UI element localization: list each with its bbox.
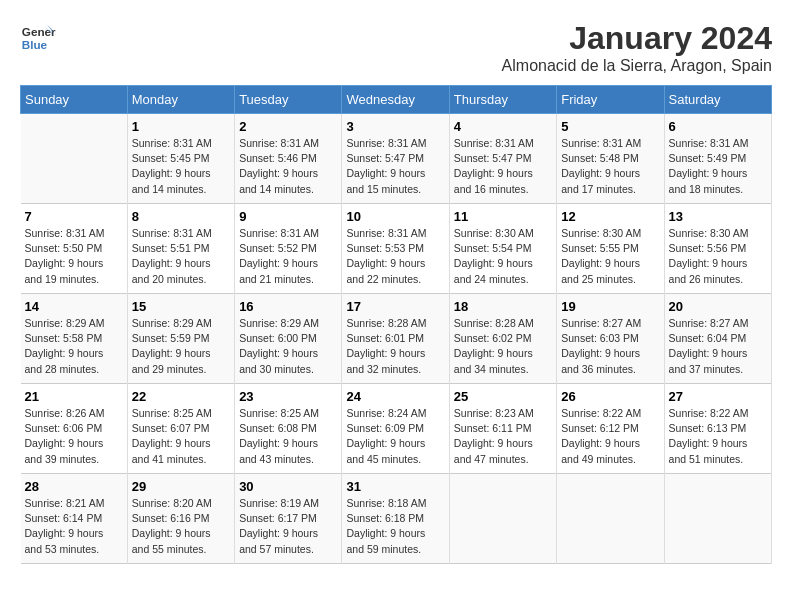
- calendar-cell: [449, 474, 556, 564]
- day-info: Sunrise: 8:31 AMSunset: 5:53 PMDaylight:…: [346, 226, 444, 287]
- day-number: 14: [25, 299, 123, 314]
- day-info: Sunrise: 8:24 AMSunset: 6:09 PMDaylight:…: [346, 406, 444, 467]
- week-row-2: 7Sunrise: 8:31 AMSunset: 5:50 PMDaylight…: [21, 204, 772, 294]
- calendar-cell: 17Sunrise: 8:28 AMSunset: 6:01 PMDayligh…: [342, 294, 449, 384]
- calendar-cell: 11Sunrise: 8:30 AMSunset: 5:54 PMDayligh…: [449, 204, 556, 294]
- day-info: Sunrise: 8:31 AMSunset: 5:46 PMDaylight:…: [239, 136, 337, 197]
- calendar-table: SundayMondayTuesdayWednesdayThursdayFrid…: [20, 85, 772, 564]
- calendar-cell: 16Sunrise: 8:29 AMSunset: 6:00 PMDayligh…: [235, 294, 342, 384]
- calendar-cell: 25Sunrise: 8:23 AMSunset: 6:11 PMDayligh…: [449, 384, 556, 474]
- calendar-cell: 15Sunrise: 8:29 AMSunset: 5:59 PMDayligh…: [127, 294, 234, 384]
- day-info: Sunrise: 8:22 AMSunset: 6:12 PMDaylight:…: [561, 406, 659, 467]
- day-info: Sunrise: 8:31 AMSunset: 5:50 PMDaylight:…: [25, 226, 123, 287]
- day-info: Sunrise: 8:26 AMSunset: 6:06 PMDaylight:…: [25, 406, 123, 467]
- day-number: 18: [454, 299, 552, 314]
- day-info: Sunrise: 8:30 AMSunset: 5:54 PMDaylight:…: [454, 226, 552, 287]
- calendar-cell: 18Sunrise: 8:28 AMSunset: 6:02 PMDayligh…: [449, 294, 556, 384]
- weekday-header-thursday: Thursday: [449, 86, 556, 114]
- calendar-cell: 31Sunrise: 8:18 AMSunset: 6:18 PMDayligh…: [342, 474, 449, 564]
- calendar-cell: 7Sunrise: 8:31 AMSunset: 5:50 PMDaylight…: [21, 204, 128, 294]
- day-info: Sunrise: 8:31 AMSunset: 5:48 PMDaylight:…: [561, 136, 659, 197]
- calendar-cell: 3Sunrise: 8:31 AMSunset: 5:47 PMDaylight…: [342, 114, 449, 204]
- day-number: 31: [346, 479, 444, 494]
- calendar-cell: 29Sunrise: 8:20 AMSunset: 6:16 PMDayligh…: [127, 474, 234, 564]
- day-number: 28: [25, 479, 123, 494]
- day-info: Sunrise: 8:30 AMSunset: 5:55 PMDaylight:…: [561, 226, 659, 287]
- calendar-cell: 27Sunrise: 8:22 AMSunset: 6:13 PMDayligh…: [664, 384, 771, 474]
- calendar-cell: 12Sunrise: 8:30 AMSunset: 5:55 PMDayligh…: [557, 204, 664, 294]
- day-number: 24: [346, 389, 444, 404]
- calendar-cell: [21, 114, 128, 204]
- day-info: Sunrise: 8:20 AMSunset: 6:16 PMDaylight:…: [132, 496, 230, 557]
- day-info: Sunrise: 8:29 AMSunset: 5:58 PMDaylight:…: [25, 316, 123, 377]
- calendar-cell: 1Sunrise: 8:31 AMSunset: 5:45 PMDaylight…: [127, 114, 234, 204]
- day-info: Sunrise: 8:28 AMSunset: 6:01 PMDaylight:…: [346, 316, 444, 377]
- day-info: Sunrise: 8:22 AMSunset: 6:13 PMDaylight:…: [669, 406, 767, 467]
- day-number: 8: [132, 209, 230, 224]
- weekday-header-friday: Friday: [557, 86, 664, 114]
- day-number: 1: [132, 119, 230, 134]
- day-number: 15: [132, 299, 230, 314]
- day-number: 4: [454, 119, 552, 134]
- day-number: 29: [132, 479, 230, 494]
- day-info: Sunrise: 8:25 AMSunset: 6:08 PMDaylight:…: [239, 406, 337, 467]
- weekday-header-monday: Monday: [127, 86, 234, 114]
- day-info: Sunrise: 8:30 AMSunset: 5:56 PMDaylight:…: [669, 226, 767, 287]
- calendar-cell: 19Sunrise: 8:27 AMSunset: 6:03 PMDayligh…: [557, 294, 664, 384]
- calendar-cell: 13Sunrise: 8:30 AMSunset: 5:56 PMDayligh…: [664, 204, 771, 294]
- day-info: Sunrise: 8:27 AMSunset: 6:04 PMDaylight:…: [669, 316, 767, 377]
- day-info: Sunrise: 8:21 AMSunset: 6:14 PMDaylight:…: [25, 496, 123, 557]
- calendar-cell: 10Sunrise: 8:31 AMSunset: 5:53 PMDayligh…: [342, 204, 449, 294]
- calendar-cell: 22Sunrise: 8:25 AMSunset: 6:07 PMDayligh…: [127, 384, 234, 474]
- day-info: Sunrise: 8:31 AMSunset: 5:45 PMDaylight:…: [132, 136, 230, 197]
- day-info: Sunrise: 8:29 AMSunset: 5:59 PMDaylight:…: [132, 316, 230, 377]
- day-number: 16: [239, 299, 337, 314]
- week-row-5: 28Sunrise: 8:21 AMSunset: 6:14 PMDayligh…: [21, 474, 772, 564]
- calendar-cell: 26Sunrise: 8:22 AMSunset: 6:12 PMDayligh…: [557, 384, 664, 474]
- calendar-cell: 24Sunrise: 8:24 AMSunset: 6:09 PMDayligh…: [342, 384, 449, 474]
- calendar-cell: 8Sunrise: 8:31 AMSunset: 5:51 PMDaylight…: [127, 204, 234, 294]
- day-number: 27: [669, 389, 767, 404]
- day-info: Sunrise: 8:31 AMSunset: 5:47 PMDaylight:…: [346, 136, 444, 197]
- svg-text:Blue: Blue: [22, 38, 48, 51]
- logo: General Blue: [20, 20, 56, 56]
- calendar-cell: [557, 474, 664, 564]
- day-number: 10: [346, 209, 444, 224]
- page-header: General Blue January 2024 Almonacid de l…: [20, 20, 772, 75]
- calendar-cell: 23Sunrise: 8:25 AMSunset: 6:08 PMDayligh…: [235, 384, 342, 474]
- day-info: Sunrise: 8:31 AMSunset: 5:49 PMDaylight:…: [669, 136, 767, 197]
- day-number: 23: [239, 389, 337, 404]
- day-number: 7: [25, 209, 123, 224]
- week-row-4: 21Sunrise: 8:26 AMSunset: 6:06 PMDayligh…: [21, 384, 772, 474]
- day-number: 9: [239, 209, 337, 224]
- day-number: 19: [561, 299, 659, 314]
- day-number: 22: [132, 389, 230, 404]
- week-row-1: 1Sunrise: 8:31 AMSunset: 5:45 PMDaylight…: [21, 114, 772, 204]
- day-number: 13: [669, 209, 767, 224]
- day-number: 30: [239, 479, 337, 494]
- day-info: Sunrise: 8:18 AMSunset: 6:18 PMDaylight:…: [346, 496, 444, 557]
- calendar-cell: 30Sunrise: 8:19 AMSunset: 6:17 PMDayligh…: [235, 474, 342, 564]
- day-info: Sunrise: 8:23 AMSunset: 6:11 PMDaylight:…: [454, 406, 552, 467]
- calendar-cell: 2Sunrise: 8:31 AMSunset: 5:46 PMDaylight…: [235, 114, 342, 204]
- day-number: 21: [25, 389, 123, 404]
- calendar-cell: 5Sunrise: 8:31 AMSunset: 5:48 PMDaylight…: [557, 114, 664, 204]
- weekday-header-sunday: Sunday: [21, 86, 128, 114]
- day-number: 3: [346, 119, 444, 134]
- day-number: 26: [561, 389, 659, 404]
- day-number: 6: [669, 119, 767, 134]
- title-section: January 2024 Almonacid de la Sierra, Ara…: [502, 20, 772, 75]
- weekday-header-row: SundayMondayTuesdayWednesdayThursdayFrid…: [21, 86, 772, 114]
- day-number: 2: [239, 119, 337, 134]
- calendar-cell: 28Sunrise: 8:21 AMSunset: 6:14 PMDayligh…: [21, 474, 128, 564]
- day-info: Sunrise: 8:28 AMSunset: 6:02 PMDaylight:…: [454, 316, 552, 377]
- day-info: Sunrise: 8:19 AMSunset: 6:17 PMDaylight:…: [239, 496, 337, 557]
- day-number: 20: [669, 299, 767, 314]
- day-info: Sunrise: 8:27 AMSunset: 6:03 PMDaylight:…: [561, 316, 659, 377]
- weekday-header-saturday: Saturday: [664, 86, 771, 114]
- month-year: January 2024: [502, 20, 772, 57]
- day-number: 17: [346, 299, 444, 314]
- day-info: Sunrise: 8:31 AMSunset: 5:47 PMDaylight:…: [454, 136, 552, 197]
- day-number: 12: [561, 209, 659, 224]
- day-number: 5: [561, 119, 659, 134]
